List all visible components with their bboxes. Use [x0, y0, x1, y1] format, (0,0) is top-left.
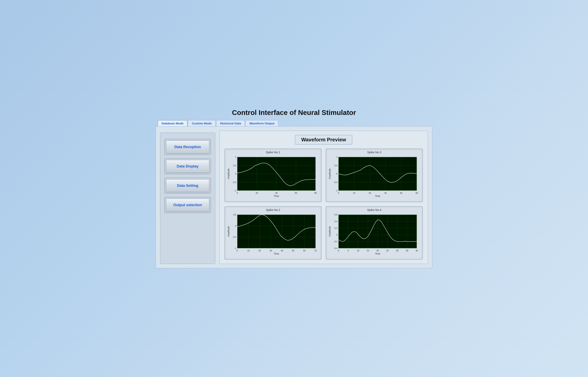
output-selection-button[interactable]: Output selection: [166, 199, 209, 212]
tab-custom-mode[interactable]: Custom Mode: [188, 120, 215, 126]
output-selection-wrapper: Output selection: [164, 197, 211, 213]
app-title: Control Interface of Neural Stimulator: [156, 109, 432, 117]
spike1-chart-inner: [227, 155, 319, 198]
data-reception-button[interactable]: Data Reception: [166, 141, 209, 153]
waveform-preview-title: Waveform Preview: [295, 135, 352, 145]
spike1-title: Spike No.1: [266, 151, 280, 154]
tab-database-mode[interactable]: Database Mode: [158, 120, 188, 126]
content-area: Waveform Preview Spike No.1 Spike No.3: [219, 130, 428, 264]
spike3-chart-inner: [328, 155, 420, 198]
spike4-chart-inner: [328, 212, 420, 256]
tab-waveform-output[interactable]: Waveform Output: [245, 120, 278, 126]
sidebar: Data Reception Data Display Data Setting…: [160, 132, 215, 264]
spike3-title: Spike No.3: [367, 151, 381, 154]
data-reception-wrapper: Data Reception: [164, 139, 211, 155]
spike2-wrapper: Spike No.2: [225, 206, 322, 260]
spike3-canvas: [328, 155, 420, 198]
data-setting-button[interactable]: Data Setting: [166, 179, 209, 192]
charts-grid: Spike No.1 Spike No.3 Spike No.2: [225, 149, 423, 260]
tab-historical-data[interactable]: Historical Data: [216, 120, 245, 126]
spike2-canvas: [227, 212, 319, 256]
tab-bar: Database Mode Custom Mode Historical Dat…: [156, 120, 432, 126]
data-setting-wrapper: Data Setting: [164, 177, 211, 194]
spike4-title: Spike No.4: [367, 208, 381, 212]
spike4-canvas: [328, 212, 420, 256]
spike2-title: Spike No.2: [266, 208, 280, 212]
data-display-wrapper: Data Display: [164, 158, 211, 174]
spike2-chart-inner: [227, 212, 319, 256]
main-panel: Data Reception Data Display Data Setting…: [156, 126, 432, 268]
spike4-wrapper: Spike No.4: [326, 206, 423, 260]
app-container: Control Interface of Neural Stimulator D…: [156, 109, 432, 268]
spike3-wrapper: Spike No.3: [326, 149, 423, 202]
spike1-wrapper: Spike No.1: [225, 149, 322, 202]
data-display-button[interactable]: Data Display: [166, 160, 209, 173]
spike1-canvas: [227, 155, 319, 198]
